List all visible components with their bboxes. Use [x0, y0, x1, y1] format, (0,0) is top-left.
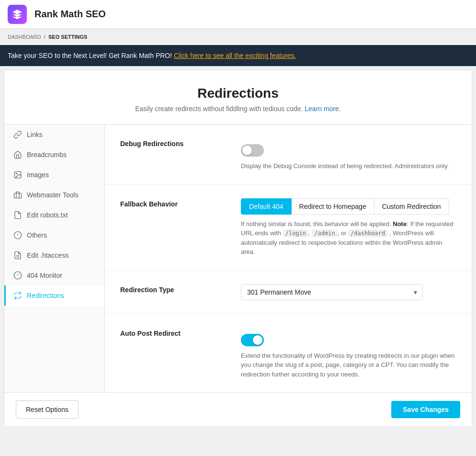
breadcrumb-dashboard[interactable]: Dashboard — [8, 34, 41, 40]
404-monitor-icon — [13, 271, 22, 280]
sidebar-item-images[interactable]: Images — [4, 165, 104, 185]
app-logo — [8, 5, 27, 24]
reset-options-button[interactable]: Reset Options — [16, 400, 79, 419]
settings-layout: Links Breadcrumbs Images Webmaster Tools — [4, 125, 472, 392]
redirection-type-select-wrapper: 301 Permanent Move 302 Temporary Move 30… — [241, 284, 423, 300]
fallback-redirect-homepage-btn[interactable]: Redirect to Homepage — [292, 198, 374, 215]
fallback-custom-redirection-btn[interactable]: Custom Redirection — [374, 198, 449, 215]
sidebar-item-edit-robots[interactable]: Edit robots.txt — [4, 205, 104, 225]
redirection-type-select[interactable]: 301 Permanent Move 302 Temporary Move 30… — [241, 284, 423, 300]
links-icon — [13, 130, 22, 139]
sidebar-item-webmaster-tools[interactable]: Webmaster Tools — [4, 185, 104, 205]
fallback-default-404-btn[interactable]: Default 404 — [241, 198, 292, 215]
save-changes-button[interactable]: Save Changes — [391, 401, 460, 418]
footer-bar: Reset Options Save Changes — [4, 392, 472, 426]
sidebar-redirections-label: Redirections — [27, 292, 64, 299]
app-title: Rank Math SEO — [34, 9, 106, 20]
page-header: Redirections Easily create redirects wit… — [4, 70, 472, 125]
sidebar-links-label: Links — [27, 131, 43, 138]
sidebar-webmaster-label: Webmaster Tools — [27, 191, 79, 199]
auto-post-redirect-toggle[interactable] — [241, 334, 264, 346]
logo-icon — [11, 9, 23, 20]
breadcrumbs-icon — [13, 150, 22, 159]
sidebar-404-label: 404 Monitor — [27, 272, 62, 279]
auto-post-redirect-row: Auto Post Redirect Extend the functional… — [105, 314, 472, 393]
debug-redirections-toggle[interactable] — [241, 144, 264, 157]
promo-text: Take your SEO to the Next Level! Get Ran… — [8, 52, 172, 59]
promo-banner: Take your SEO to the Next Level! Get Ran… — [0, 45, 476, 66]
main-content-box: Redirections Easily create redirects wit… — [4, 70, 472, 427]
sidebar-item-404-monitor[interactable]: 404 Monitor — [4, 265, 104, 285]
fallback-behavior-desc: If nothing similar is found, this behavi… — [241, 219, 456, 257]
sidebar-htaccess-label: Edit .htaccess — [27, 251, 68, 259]
breadcrumb: Dashboard / SEO Settings — [0, 29, 476, 45]
debug-redirections-row: Debug Redirections Display the Debug Con… — [105, 125, 472, 185]
breadcrumb-separator: / — [44, 34, 45, 40]
debug-redirections-desc: Display the Debug Console instead of bei… — [241, 161, 456, 171]
settings-content: Debug Redirections Display the Debug Con… — [105, 125, 472, 392]
auto-toggle-thumb — [253, 335, 262, 345]
fallback-code-login: /login — [283, 229, 308, 237]
fallback-code-admin: /admin — [312, 229, 337, 237]
others-icon — [13, 231, 22, 239]
sidebar-item-links[interactable]: Links — [4, 125, 104, 145]
webmaster-tools-icon — [13, 191, 22, 199]
debug-redirections-label: Debug Redirections — [120, 140, 226, 148]
breadcrumb-current: SEO Settings — [48, 34, 87, 40]
fallback-btn-group: Default 404 Redirect to Homepage Custom … — [241, 198, 456, 215]
page-title: Redirections — [16, 86, 460, 101]
edit-htaccess-icon — [13, 251, 22, 260]
sidebar-item-edit-htaccess[interactable]: Edit .htaccess — [4, 245, 104, 265]
fallback-behavior-label: Fallback Behavior — [120, 200, 226, 208]
sidebar: Links Breadcrumbs Images Webmaster Tools — [4, 125, 105, 392]
redirection-type-row: Redirection Type 301 Permanent Move 302 … — [105, 271, 472, 314]
sidebar-images-label: Images — [27, 171, 49, 179]
redirections-icon — [13, 291, 22, 300]
promo-link[interactable]: Click here to see all the exciting featu… — [174, 52, 296, 59]
fallback-behavior-row: Fallback Behavior Default 404 Redirect t… — [105, 185, 472, 271]
sidebar-item-redirections[interactable]: Redirections — [4, 285, 104, 306]
redirection-type-label: Redirection Type — [120, 286, 226, 294]
edit-robots-icon — [13, 211, 22, 219]
sidebar-item-breadcrumbs[interactable]: Breadcrumbs — [4, 145, 104, 165]
auto-post-redirect-label: Auto Post Redirect — [120, 330, 226, 337]
app-header: Rank Math SEO — [0, 0, 476, 29]
learn-more-link[interactable]: Learn more — [305, 105, 339, 113]
svg-rect-2 — [14, 193, 22, 198]
auto-toggle-track — [241, 334, 264, 346]
sidebar-others-label: Others — [27, 231, 47, 239]
images-icon — [13, 171, 22, 179]
sidebar-item-others[interactable]: Others — [4, 225, 104, 245]
sidebar-robots-label: Edit robots.txt — [27, 211, 68, 219]
fallback-note-label: Note — [393, 220, 407, 228]
svg-point-1 — [16, 173, 17, 174]
fallback-code-dashboard: /dashboard — [348, 229, 387, 237]
debug-toggle-thumb — [242, 146, 252, 155]
page-subtitle: Easily create redirects without fiddling… — [16, 105, 460, 113]
debug-toggle-track — [241, 144, 264, 157]
auto-post-redirect-desc: Extend the functionality of WordPress by… — [241, 351, 456, 379]
sidebar-breadcrumbs-label: Breadcrumbs — [27, 151, 67, 159]
